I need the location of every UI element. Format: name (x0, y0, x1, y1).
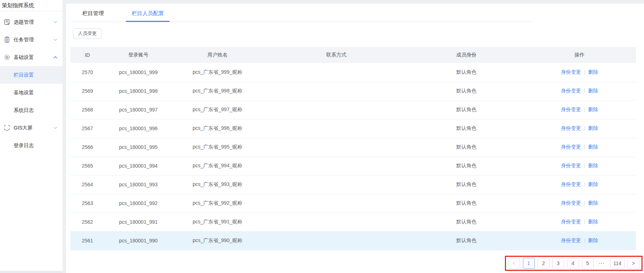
sidebar-item-label: 任务管理 (14, 37, 53, 43)
delete-link[interactable]: 删除 (588, 69, 598, 75)
identity-change-link[interactable]: 身份变更 (561, 69, 581, 75)
sidebar-item-label: 选题管理 (14, 19, 53, 26)
page-button-5[interactable]: 5 (582, 258, 594, 269)
tab-column-management[interactable]: 栏目管理 (77, 10, 110, 22)
identity-change-link[interactable]: 身份变更 (561, 181, 581, 187)
identity-change-link[interactable]: 身份变更 (561, 106, 581, 112)
cell-id: 2563 (70, 194, 104, 213)
delete-link[interactable]: 删除 (588, 181, 598, 187)
annotation-box: < 12345 ••• 114 > (505, 256, 643, 271)
pagination-ellipsis-icon[interactable]: ••• (597, 261, 607, 265)
column-header-account: 登录账号 (104, 47, 172, 63)
table-row: 2566 pcs_180001_995 pcs_广东省_995_昵称 默认角色 … (70, 138, 636, 156)
next-page-button[interactable]: > (627, 258, 639, 269)
cell-actions: 身份变更|删除 (523, 100, 636, 119)
cell-actions: 身份变更|删除 (523, 194, 636, 213)
sidebar-item-task-management[interactable]: 任务管理 (0, 31, 63, 49)
last-page-button[interactable]: 114 (610, 258, 625, 269)
gear-icon (4, 54, 10, 61)
action-divider: | (584, 69, 585, 75)
sidebar-item-column-settings[interactable]: 栏目设置 (0, 66, 63, 84)
cell-username: pcs_广东省_997_昵称 (172, 100, 263, 119)
chevron-down-icon (53, 126, 58, 129)
column-header-contact: 联系方式 (263, 47, 410, 63)
cell-id: 2565 (70, 156, 104, 175)
app-title: 策划指挥系统 (0, 0, 63, 11)
cell-role: 默认角色 (410, 156, 523, 175)
sidebar-item-gis-screen[interactable]: GIS大屏 (0, 119, 63, 137)
column-header-role: 成员身份 (410, 47, 523, 63)
cell-account: pcs_180001_995 (104, 138, 172, 156)
cell-username: pcs_广东省_999_昵称 (172, 63, 263, 82)
cell-contact (263, 119, 410, 138)
delete-link[interactable]: 删除 (588, 200, 598, 206)
sidebar-item-label: 基础设置 (14, 54, 53, 61)
cell-id: 2566 (70, 138, 104, 156)
cell-actions: 身份变更|删除 (523, 138, 636, 156)
identity-change-link[interactable]: 身份变更 (561, 88, 581, 94)
identity-change-link[interactable]: 身份变更 (561, 219, 581, 224)
sidebar-scrollbar[interactable] (0, 271, 63, 273)
sidebar-item-basic-settings[interactable]: 基础设置 (0, 49, 63, 66)
topic-doc-icon (4, 19, 10, 26)
page-button-1[interactable]: 1 (523, 258, 535, 269)
action-divider: | (584, 219, 585, 224)
sidebar-item-system-log[interactable]: 系统日志 (0, 101, 63, 119)
table-body: 2570 pcs_180001_999 pcs_广东省_999_昵称 默认角色 … (70, 63, 636, 250)
delete-link[interactable]: 删除 (588, 237, 598, 243)
page-button-4[interactable]: 4 (567, 258, 579, 269)
staff-change-button[interactable]: 人员变更 (73, 28, 102, 38)
identity-change-link[interactable]: 身份变更 (561, 125, 581, 131)
identity-change-link[interactable]: 身份变更 (561, 144, 581, 150)
delete-link[interactable]: 删除 (588, 125, 598, 131)
cell-username: pcs_广东省_996_昵称 (172, 119, 263, 138)
cell-account: pcs_180001_994 (104, 156, 172, 175)
cell-username: pcs_广东省_991_昵称 (172, 213, 263, 231)
page-button-3[interactable]: 3 (552, 258, 564, 269)
cell-contact (263, 138, 410, 156)
action-divider: | (584, 181, 585, 187)
cell-username: pcs_广东省_995_昵称 (172, 138, 263, 156)
cell-contact (263, 63, 410, 82)
delete-link[interactable]: 删除 (588, 163, 598, 168)
previous-page-button[interactable]: < (508, 258, 520, 269)
delete-link[interactable]: 删除 (588, 219, 598, 224)
sidebar-item-label: GIS大屏 (14, 125, 53, 131)
table-row: 2567 pcs_180001_996 pcs_广东省_996_昵称 默认角色 … (70, 119, 636, 138)
cell-contact (263, 100, 410, 119)
cell-contact (263, 231, 410, 250)
chevron-down-icon (53, 38, 58, 41)
tab-column-staff-config[interactable]: 栏目人员配置 (126, 10, 170, 22)
cell-id: 2564 (70, 175, 104, 194)
delete-link[interactable]: 删除 (588, 106, 598, 112)
action-divider: | (584, 106, 585, 112)
cell-account: pcs_180001_997 (104, 100, 172, 119)
cell-account: pcs_180001_991 (104, 213, 172, 231)
table-row: 2564 pcs_180001_993 pcs_广东省_993_昵称 默认角色 … (70, 175, 636, 194)
cell-account: pcs_180001_992 (104, 194, 172, 213)
sidebar-item-topic-management[interactable]: 选题管理 (0, 13, 63, 31)
cell-actions: 身份变更|删除 (523, 175, 636, 194)
delete-link[interactable]: 删除 (588, 144, 598, 150)
sidebar-item-login-log[interactable]: 登录日志 (0, 137, 63, 154)
cell-role: 默认角色 (410, 213, 523, 231)
cell-contact (263, 82, 410, 100)
pagination-pages: 12345 (523, 258, 594, 269)
task-clipboard-icon (4, 36, 10, 43)
sidebar-subitem-label: 基地设置 (14, 90, 34, 96)
page-button-2[interactable]: 2 (538, 258, 549, 269)
delete-link[interactable]: 删除 (588, 88, 598, 94)
cell-id: 2570 (70, 63, 104, 82)
identity-change-link[interactable]: 身份变更 (561, 163, 581, 168)
sidebar-item-base-settings[interactable]: 基地设置 (0, 84, 63, 101)
table-row: 2568 pcs_180001_997 pcs_广东省_997_昵称 默认角色 … (70, 100, 636, 119)
identity-change-link[interactable]: 身份变更 (561, 237, 581, 243)
cell-account: pcs_180001_998 (104, 82, 172, 100)
cell-account: pcs_180001_999 (104, 63, 172, 82)
action-divider: | (584, 200, 585, 206)
identity-change-link[interactable]: 身份变更 (561, 200, 581, 206)
cell-role: 默认角色 (410, 194, 523, 213)
cell-account: pcs_180001_990 (104, 231, 172, 250)
table-row: 2565 pcs_180001_994 pcs_广东省_994_昵称 默认角色 … (70, 156, 636, 175)
cell-role: 默认角色 (410, 100, 523, 119)
